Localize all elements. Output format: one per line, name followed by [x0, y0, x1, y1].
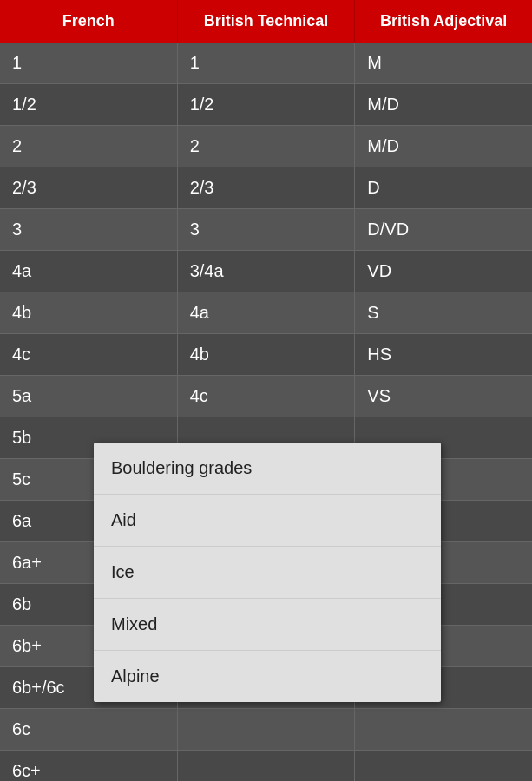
dropdown-menu[interactable]: Bouldering gradesAidIceMixedAlpine [94, 443, 441, 702]
cell-french: 4b [0, 292, 178, 333]
header-french: French [0, 0, 178, 43]
cell-french: 2/3 [0, 167, 178, 208]
table-row: 1/21/2M/D [0, 84, 532, 126]
cell-french: 1/2 [0, 84, 178, 125]
cell-british-adj: VS [355, 376, 532, 417]
cell-british-tech: 3 [178, 209, 356, 250]
cell-british-adj [355, 751, 532, 781]
table-row: 4b4aS [0, 292, 532, 334]
dropdown-item[interactable]: Ice [94, 547, 441, 599]
table-row: 4c4bHS [0, 334, 532, 376]
table-row: 33D/VD [0, 209, 532, 251]
cell-british-tech: 2 [178, 126, 356, 167]
cell-british-adj: M/D [355, 84, 532, 125]
cell-french: 3 [0, 209, 178, 250]
table-row: 2/32/3D [0, 167, 532, 209]
cell-french: 1 [0, 43, 178, 83]
cell-british-tech: 4a [178, 292, 356, 333]
header-british-adj: British Adjectival [355, 0, 532, 43]
cell-french: 4c [0, 334, 178, 375]
table-header: French British Technical British Adjecti… [0, 0, 532, 43]
table-row: 11M [0, 43, 532, 84]
cell-british-adj: S [355, 292, 532, 333]
grades-table: French British Technical British Adjecti… [0, 0, 532, 43]
table-row: 6c [0, 709, 532, 751]
cell-british-tech: 1/2 [178, 84, 356, 125]
dropdown-item[interactable]: Bouldering grades [94, 443, 441, 495]
dropdown-item[interactable]: Mixed [94, 599, 441, 651]
cell-british-adj: D/VD [355, 209, 532, 250]
cell-british-adj: VD [355, 251, 532, 292]
cell-british-adj: HS [355, 334, 532, 375]
cell-british-tech: 3/4a [178, 251, 356, 292]
cell-british-adj: M/D [355, 126, 532, 167]
cell-british-adj [355, 709, 532, 750]
cell-british-adj: D [355, 167, 532, 208]
cell-british-tech: 1 [178, 43, 356, 83]
header-british-tech: British Technical [178, 0, 356, 43]
cell-french: 5a [0, 376, 178, 417]
cell-british-tech: 4b [178, 334, 356, 375]
cell-french: 4a [0, 251, 178, 292]
cell-british-tech [178, 751, 356, 781]
cell-french: 6c [0, 709, 178, 750]
cell-british-tech [178, 709, 356, 750]
dropdown-item[interactable]: Alpine [94, 651, 441, 702]
table-row: 5a4cVS [0, 376, 532, 417]
cell-british-tech: 4c [178, 376, 356, 417]
cell-french: 6c+ [0, 751, 178, 781]
table-row: 4a3/4aVD [0, 251, 532, 292]
cell-british-tech: 2/3 [178, 167, 356, 208]
cell-british-adj: M [355, 43, 532, 83]
cell-french: 2 [0, 126, 178, 167]
table-row: 22M/D [0, 126, 532, 167]
dropdown-item[interactable]: Aid [94, 495, 441, 547]
table-row: 6c+ [0, 751, 532, 781]
